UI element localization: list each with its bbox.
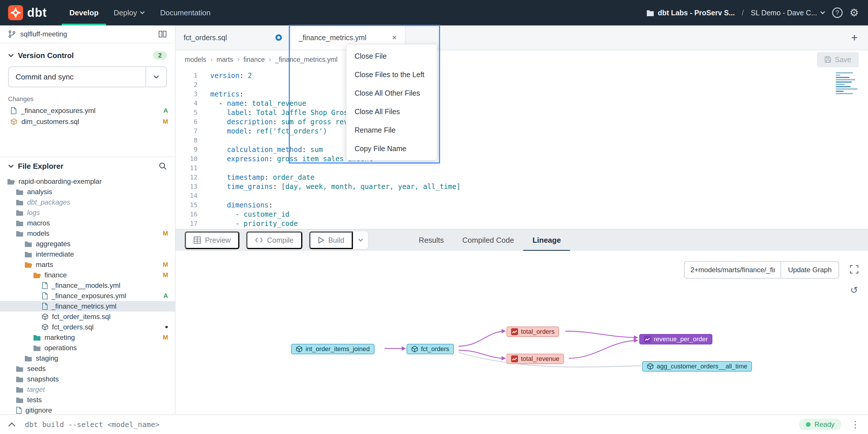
new-tab-button[interactable]: + (851, 31, 858, 44)
sidebar: sqlfluff-meeting Version Control 2 Commi… (0, 25, 176, 414)
tree-item[interactable]: _finance_exposures.ymlA (0, 291, 175, 301)
commit-and-sync-button[interactable]: Commit and sync (8, 66, 167, 87)
code-editor[interactable]: 1234567891011121314151617 version: 2 met… (176, 69, 868, 229)
file-explorer-header[interactable]: File Explorer (0, 157, 175, 175)
git-branch-row[interactable]: sqlfluff-meeting (0, 25, 175, 44)
tree-item[interactable]: intermediate (0, 249, 175, 259)
tree-item[interactable]: _finance_metrics.yml (0, 301, 175, 312)
preview-button[interactable]: Preview (185, 231, 239, 249)
code-content[interactable]: version: 2 metrics: - name: total_revenu… (205, 69, 868, 229)
tree-item[interactable]: martsM (0, 259, 175, 270)
lineage-selector-group: Update Graph (684, 261, 839, 279)
tab-results[interactable]: Results (409, 229, 453, 251)
breadcrumb-item[interactable]: models (185, 56, 206, 64)
brand-text: dbt (27, 6, 47, 20)
menu-item-close-files-to-the-left[interactable]: Close Files to the Left (346, 65, 437, 84)
change-item[interactable]: dim_customers.sqlM (0, 116, 175, 127)
status-badge: Ready (799, 419, 841, 430)
project-switcher[interactable]: SL Demo - Dave C... (751, 9, 825, 17)
lineage-selector-input[interactable] (684, 261, 781, 279)
lineage-node-total_revenue[interactable]: total_revenue (506, 354, 564, 364)
kebab-menu-icon[interactable]: ⋮ (851, 419, 860, 430)
tree-item[interactable]: aggregates (0, 239, 175, 249)
compile-button[interactable]: Compile (246, 231, 302, 249)
menu-item-close-all-files[interactable]: Close All Files (346, 102, 437, 121)
lineage-panel: Update Graph ↺ int_order_items_joinedfct… (176, 251, 868, 414)
tree-item[interactable]: macros (0, 218, 175, 228)
tree-item[interactable]: marketingM (0, 332, 175, 343)
menu-item-rename-file[interactable]: Rename File (346, 121, 437, 139)
main-area: fct_orders.sql _finance_metrics.yml × + … (176, 25, 868, 414)
tree-item[interactable]: modelsM (0, 228, 175, 239)
gear-icon[interactable]: ⚙ (849, 7, 859, 18)
nav-deploy[interactable]: Deploy (106, 0, 152, 25)
file-icon (10, 107, 17, 114)
tree-item[interactable]: fct_order_items.sql (0, 312, 175, 322)
update-graph-button[interactable]: Update Graph (781, 261, 839, 279)
command-input[interactable]: dbt build --select <model_name> (25, 421, 790, 429)
tree-item[interactable]: target (0, 384, 175, 395)
tree-item[interactable]: fct_orders.sql• (0, 322, 175, 332)
dbt-logo[interactable]: dbt (8, 0, 47, 25)
file-tree: rapid-onboarding-exemplaranalysisdbt_pac… (0, 175, 175, 414)
build-play-icon (318, 237, 324, 243)
tree-item[interactable]: snapshots (0, 374, 175, 384)
nav-develop[interactable]: Develop (62, 0, 106, 25)
tree-item[interactable]: gitignore (0, 405, 175, 414)
bottom-toolbar: Preview Compile Build (176, 229, 868, 251)
lineage-node-int_order_items_joined[interactable]: int_order_items_joined (291, 344, 374, 354)
save-button[interactable]: Save (817, 52, 859, 67)
breadcrumb-item[interactable]: finance (243, 56, 265, 64)
tree-item[interactable]: tests (0, 395, 175, 405)
line-numbers: 1234567891011121314151617 (176, 69, 205, 229)
nav-documentation[interactable]: Documentation (152, 0, 218, 25)
file-icon (41, 282, 48, 289)
status-badge: M (163, 230, 168, 237)
version-control-header[interactable]: Version Control 2 (0, 48, 175, 63)
minimap[interactable] (836, 72, 862, 95)
change-item[interactable]: _finance_exposures.ymlA (0, 105, 175, 116)
folder-icon (16, 376, 24, 382)
tab-fct-orders[interactable]: fct_orders.sql (176, 25, 290, 50)
expand-panel-chevron[interactable] (8, 422, 16, 427)
menu-item-close-file[interactable]: Close File (346, 47, 437, 65)
lineage-node-revenue_per_order[interactable]: revenue_per_order (639, 334, 712, 344)
folder-icon (33, 334, 41, 341)
changes-label: Changes (8, 95, 167, 103)
tab-context-menu: Close FileClose Files to the LeftClose A… (346, 44, 437, 161)
menu-item-close-all-other-files[interactable]: Close All Other Files (346, 84, 437, 102)
tree-item[interactable]: seeds (0, 364, 175, 374)
folder-icon (24, 355, 32, 362)
tree-item[interactable]: dbt_packages (0, 197, 175, 207)
build-button[interactable]: Build (309, 231, 353, 249)
close-icon[interactable]: × (392, 33, 397, 42)
menu-item-copy-file-name[interactable]: Copy File Name (346, 139, 437, 158)
folder-icon (16, 209, 24, 216)
chevron-down-icon (8, 165, 14, 168)
docs-book-icon[interactable] (158, 30, 167, 38)
lineage-node-agg_customer_orders__all_time[interactable]: agg_customer_orders__all_time (642, 361, 752, 372)
tab-lineage[interactable]: Lineage (523, 229, 570, 251)
git-branch-icon (8, 30, 16, 38)
ready-dot-icon (806, 422, 810, 427)
tree-item[interactable]: rapid-onboarding-exemplar (0, 176, 175, 187)
commit-options-chevron[interactable] (146, 67, 166, 87)
tree-item[interactable]: logs (0, 207, 175, 218)
tree-item[interactable]: analysis (0, 187, 175, 197)
breadcrumb-item[interactable]: marts (217, 56, 233, 64)
build-options-chevron[interactable] (353, 231, 368, 249)
lineage-node-total_orders[interactable]: total_orders (506, 326, 559, 337)
help-icon[interactable]: ? (832, 7, 843, 18)
folder-icon (16, 199, 24, 206)
tree-item[interactable]: _finance__models.yml (0, 280, 175, 291)
breadcrumb-item[interactable]: _finance_metrics.yml (275, 56, 338, 64)
tree-item[interactable]: staging (0, 353, 175, 364)
search-icon[interactable] (159, 162, 167, 170)
save-icon (825, 56, 831, 63)
account-switcher[interactable]: dbt Labs - ProServ S... (646, 9, 735, 17)
tree-item[interactable]: operations (0, 343, 175, 353)
tree-item[interactable]: financeM (0, 270, 175, 280)
metric-chart-icon (511, 355, 518, 362)
tab-compiled-code[interactable]: Compiled Code (453, 229, 523, 251)
lineage-node-fct_orders[interactable]: fct_orders (407, 344, 454, 354)
